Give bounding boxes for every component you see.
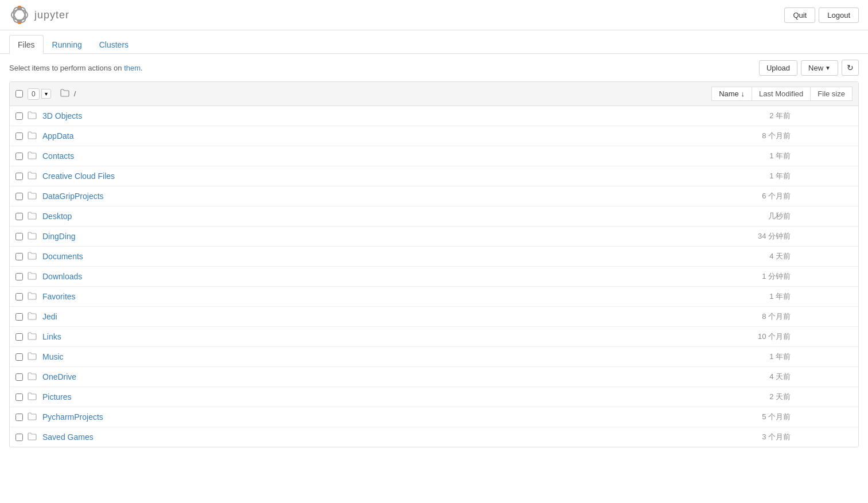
folder-icon <box>28 272 38 282</box>
col-last-modified-header[interactable]: Last Modified <box>752 87 811 101</box>
current-folder-icon <box>60 89 69 99</box>
file-list-container: 0 ▾ / Name ↓ Last Modified File size 3D … <box>9 81 859 447</box>
row-checkbox-1[interactable] <box>15 132 23 140</box>
file-modified: 几秒前 <box>687 211 791 221</box>
folder-icon <box>28 352 38 362</box>
refresh-button[interactable]: ↻ <box>842 60 859 76</box>
file-name[interactable]: Saved Games <box>42 432 683 442</box>
tab-files[interactable]: Files <box>9 35 44 54</box>
table-row: Documents 4 天前 <box>10 247 858 267</box>
new-button[interactable]: New ▼ <box>801 60 838 76</box>
file-modified: 4 天前 <box>687 372 791 382</box>
file-name[interactable]: DataGripProjects <box>42 192 683 201</box>
file-modified: 2 天前 <box>687 392 791 402</box>
table-row: Saved Games 3 个月前 <box>10 427 858 447</box>
file-modified: 1 分钟前 <box>687 271 791 282</box>
row-checkbox-6[interactable] <box>15 233 23 240</box>
select-link[interactable]: them <box>124 64 141 72</box>
logo: jupyter <box>9 5 69 25</box>
table-row: DingDing 34 分钟前 <box>10 227 858 247</box>
file-name[interactable]: PycharmProjects <box>42 412 683 422</box>
row-checkbox-11[interactable] <box>15 333 23 341</box>
folder-icon <box>28 151 38 161</box>
tab-clusters[interactable]: Clusters <box>91 35 137 54</box>
folder-icon <box>28 312 38 322</box>
row-checkbox-14[interactable] <box>15 393 23 401</box>
row-checkbox-13[interactable] <box>15 373 23 381</box>
folder-icon <box>28 432 38 442</box>
column-headers: Name ↓ Last Modified File size <box>712 87 853 101</box>
svg-point-4 <box>11 5 28 24</box>
file-modified: 6 个月前 <box>687 191 791 201</box>
file-name[interactable]: Favorites <box>42 292 683 301</box>
folder-icon <box>28 372 38 382</box>
col-file-size-header[interactable]: File size <box>810 87 853 101</box>
row-checkbox-4[interactable] <box>15 193 23 200</box>
row-checkbox-9[interactable] <box>15 293 23 301</box>
file-name[interactable]: Contacts <box>42 151 683 161</box>
file-name[interactable]: OneDrive <box>42 372 683 381</box>
file-name[interactable]: Documents <box>42 252 683 261</box>
row-checkbox-16[interactable] <box>15 434 23 441</box>
folder-icon <box>28 252 38 262</box>
file-name[interactable]: 3D Objects <box>42 111 683 120</box>
file-list-header: 0 ▾ / Name ↓ Last Modified File size <box>10 82 858 106</box>
row-checkbox-15[interactable] <box>15 414 23 421</box>
file-name[interactable]: Jedi <box>42 312 683 321</box>
table-row: OneDrive 4 天前 <box>10 367 858 387</box>
table-row: Downloads 1 分钟前 <box>10 267 858 287</box>
file-name[interactable]: Pictures <box>42 392 683 401</box>
new-dropdown-arrow: ▼ <box>825 65 831 71</box>
folder-icon <box>28 332 38 342</box>
folder-icon <box>28 192 38 201</box>
current-path: / <box>74 89 76 98</box>
file-name[interactable]: DingDing <box>42 232 683 241</box>
tabs-bar: Files Running Clusters <box>0 35 868 54</box>
header: jupyter Quit Logout <box>0 0 868 30</box>
tab-running[interactable]: Running <box>44 35 91 54</box>
quit-button[interactable]: Quit <box>784 7 815 23</box>
file-name[interactable]: Desktop <box>42 212 683 221</box>
select-dropdown[interactable]: ▾ <box>41 89 51 99</box>
file-name[interactable]: AppData <box>42 131 683 141</box>
folder-icon <box>28 232 38 241</box>
file-modified: 1 年前 <box>687 151 791 161</box>
row-checkbox-7[interactable] <box>15 253 23 260</box>
table-row: Pictures 2 天前 <box>10 387 858 407</box>
table-row: DataGripProjects 6 个月前 <box>10 186 858 206</box>
file-modified: 1 年前 <box>687 171 791 181</box>
file-name[interactable]: Downloads <box>42 272 683 281</box>
row-checkbox-2[interactable] <box>15 153 23 160</box>
file-modified: 3 个月前 <box>687 432 791 442</box>
file-rows: 3D Objects 2 年前 AppData 8 个月前 Contacts 1… <box>10 106 858 447</box>
folder-icon <box>28 131 38 141</box>
folder-icon <box>28 412 38 422</box>
row-checkbox-12[interactable] <box>15 353 23 361</box>
row-checkbox-5[interactable] <box>15 213 23 220</box>
table-row: Creative Cloud Files 1 年前 <box>10 166 858 186</box>
jupyter-logo-icon <box>9 5 30 25</box>
upload-button[interactable]: Upload <box>759 60 797 76</box>
folder-icon <box>28 392 38 402</box>
row-checkbox-3[interactable] <box>15 173 23 180</box>
file-modified: 8 个月前 <box>687 311 791 322</box>
logout-button[interactable]: Logout <box>819 7 859 23</box>
file-name[interactable]: Links <box>42 332 683 341</box>
row-checkbox-8[interactable] <box>15 273 23 280</box>
toolbar-right: Upload New ▼ ↻ <box>759 60 859 76</box>
file-modified: 4 天前 <box>687 251 791 262</box>
select-all-checkbox[interactable] <box>15 90 23 98</box>
row-checkbox-0[interactable] <box>15 112 23 120</box>
col-name-header[interactable]: Name ↓ <box>711 87 752 101</box>
header-buttons: Quit Logout <box>784 7 859 23</box>
file-modified: 1 年前 <box>687 291 791 302</box>
file-name[interactable]: Music <box>42 352 683 361</box>
toolbar: Select items to perform actions on them.… <box>0 54 868 81</box>
table-row: 3D Objects 2 年前 <box>10 106 858 126</box>
row-checkbox-10[interactable] <box>15 313 23 321</box>
logo-text: jupyter <box>34 9 69 21</box>
table-row: PycharmProjects 5 个月前 <box>10 407 858 427</box>
file-name[interactable]: Creative Cloud Files <box>42 171 683 181</box>
table-row: Contacts 1 年前 <box>10 146 858 166</box>
table-row: AppData 8 个月前 <box>10 126 858 146</box>
